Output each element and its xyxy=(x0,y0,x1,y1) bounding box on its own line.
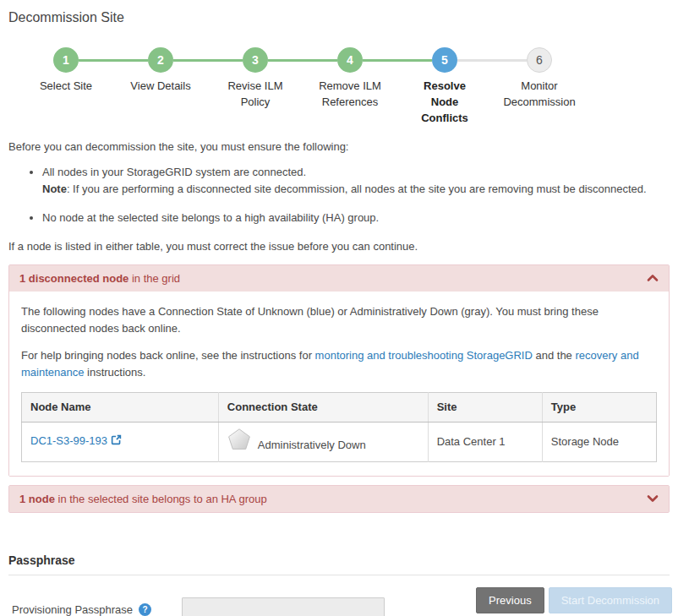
help-text-prefix: For help bringing nodes back online, see… xyxy=(21,349,315,362)
step-5-label: Resolve Node Conflicts xyxy=(418,79,471,127)
help-text-suffix: instructions. xyxy=(84,366,145,379)
passphrase-heading: Passphrase xyxy=(8,553,670,575)
connection-state-cell: Administratively Down xyxy=(218,422,428,461)
step-5-circle: 5 xyxy=(432,47,457,73)
intro-footer-text: If a node is listed in either table, you… xyxy=(8,240,670,253)
node-name-cell: DC1-S3-99-193 xyxy=(22,422,219,461)
disconnected-count: 1 disconnected node xyxy=(19,272,128,285)
step-2-circle: 2 xyxy=(148,47,173,73)
previous-button[interactable]: Previous xyxy=(476,587,544,613)
col-header-site: Site xyxy=(428,392,542,422)
step-4-circle: 4 xyxy=(337,47,363,73)
disconnected-nodes-table: Node Name Connection State Site Type DC1… xyxy=(21,392,657,462)
note-label: Note xyxy=(42,183,67,195)
site-cell: Data Center 1 xyxy=(428,422,542,461)
step-2-label: View Details xyxy=(130,79,190,95)
connection-state-value: Administratively Down xyxy=(258,437,366,456)
wizard-actions: Previous Start Decommission xyxy=(476,587,672,613)
ha-title-rest: in the selected site belongs to an HA gr… xyxy=(55,493,267,505)
prerequisite-item-connected: All nodes in your StorageGRID system are… xyxy=(42,164,670,198)
step-1-label: Select Site xyxy=(40,79,92,95)
help-text-mid: and the xyxy=(533,349,576,362)
step-4-label: Remove ILM References xyxy=(308,79,392,111)
disconnected-nodes-panel: 1 disconnected node in the grid The foll… xyxy=(8,264,670,477)
help-icon[interactable]: ? xyxy=(139,603,151,616)
col-header-type: Type xyxy=(542,392,656,422)
step-3-circle: 3 xyxy=(243,47,268,73)
table-header-row: Node Name Connection State Site Type xyxy=(22,392,657,422)
step-6-label: Monitor Decommission xyxy=(497,79,582,111)
external-link-icon[interactable] xyxy=(111,433,122,450)
prerequisite-item-ha-group: No node at the selected site belongs to … xyxy=(42,210,670,226)
ha-group-panel-header[interactable]: 1 node in the selected site belongs to a… xyxy=(9,486,669,512)
col-header-node-name: Node Name xyxy=(22,392,219,422)
table-row: DC1-S3-99-193 Administratively Down Data… xyxy=(22,422,657,461)
provisioning-passphrase-label: Provisioning Passphrase xyxy=(12,603,133,616)
disconnected-nodes-panel-header[interactable]: 1 disconnected node in the grid xyxy=(9,265,669,292)
prerequisite-connected-text: All nodes in your StorageGRID system are… xyxy=(42,166,306,178)
col-header-connection-state: Connection State xyxy=(218,392,428,422)
start-decommission-button[interactable]: Start Decommission xyxy=(549,587,672,613)
step-1-circle: 1 xyxy=(53,47,79,73)
step-monitor-decommission: 6 Monitor Decommission xyxy=(492,47,587,127)
node-name-link[interactable]: DC1-S3-99-193 xyxy=(30,434,107,447)
disconnected-body-text: The following nodes have a Connection St… xyxy=(21,303,657,337)
administratively-down-icon xyxy=(227,428,251,456)
ha-node-count: 1 node xyxy=(19,493,55,505)
provisioning-passphrase-input[interactable] xyxy=(182,597,385,616)
step-3-label: Revise ILM Policy xyxy=(213,79,298,111)
disconnected-nodes-panel-body: The following nodes have a Connection St… xyxy=(9,292,669,476)
ha-group-panel: 1 node in the selected site belongs to a… xyxy=(8,485,670,513)
disconnected-nodes-panel-title: 1 disconnected node in the grid xyxy=(19,272,647,285)
ha-group-panel-title: 1 node in the selected site belongs to a… xyxy=(19,493,647,505)
step-6-circle: 6 xyxy=(527,47,552,73)
decommission-page: Decommission Site 1 Select Site 2 View D… xyxy=(0,0,678,616)
intro-lead-text: Before you can decommission the site, yo… xyxy=(8,140,670,153)
chevron-up-icon[interactable] xyxy=(647,272,659,284)
chevron-down-icon[interactable] xyxy=(647,493,659,504)
note-text: : If you are performing a disconnected s… xyxy=(67,183,647,195)
monitoring-troubleshooting-link[interactable]: montoring and troubleshooting StorageGRI… xyxy=(315,349,533,362)
page-title: Decommission Site xyxy=(8,10,670,25)
wizard-stepper: 1 Select Site 2 View Details 3 Revise IL… xyxy=(19,47,670,127)
disconnected-title-rest: in the grid xyxy=(128,272,180,285)
disconnected-help-text: For help bringing nodes back online, see… xyxy=(21,347,657,381)
prerequisite-list: All nodes in your StorageGRID system are… xyxy=(42,164,670,226)
prerequisite-ha-text: No node at the selected site belongs to … xyxy=(42,211,379,224)
type-cell: Storage Node xyxy=(542,422,656,461)
